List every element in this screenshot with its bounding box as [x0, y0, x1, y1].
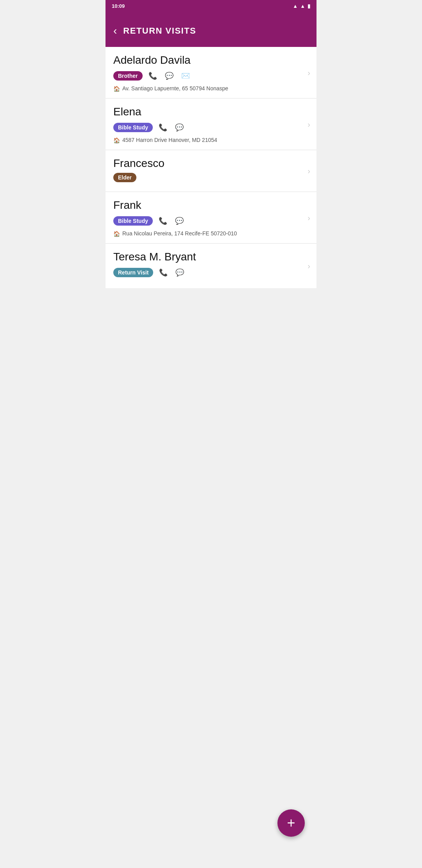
message-icon[interactable]: 💬	[173, 121, 186, 134]
contact-badge: Elder	[113, 173, 136, 182]
wifi-icon: ▲	[300, 3, 305, 9]
status-icons: ▲ ▲ ▮	[293, 3, 310, 9]
message-icon[interactable]: 💬	[173, 215, 186, 227]
page-title: RETURN VISITS	[123, 26, 196, 36]
contact-name: Adelardo Davila	[113, 54, 309, 66]
contact-name: Francesco	[113, 157, 309, 170]
contact-item[interactable]: ›FrankBible Study📞💬🏠Rua Nicolau Pereira,…	[106, 192, 316, 244]
phone-icon[interactable]: 📞	[157, 215, 169, 227]
contact-list: ›Adelardo DavilaBrother📞💬✉️🏠Av. Santiago…	[106, 47, 316, 288]
chevron-right-icon: ›	[308, 167, 310, 176]
chevron-right-icon: ›	[308, 120, 310, 129]
contact-meta: Return Visit📞💬	[113, 266, 309, 279]
email-icon[interactable]: ✉️	[179, 70, 192, 82]
contact-item[interactable]: ›Teresa M. BryantReturn Visit📞💬	[106, 244, 316, 288]
message-icon[interactable]: 💬	[173, 266, 186, 279]
contact-meta: Bible Study📞💬	[113, 215, 309, 227]
contact-name: Teresa M. Bryant	[113, 251, 309, 263]
contact-meta: Elder	[113, 173, 309, 182]
home-icon: 🏠	[113, 86, 120, 92]
status-time: 10:09	[112, 3, 125, 9]
contact-meta: Bible Study📞💬	[113, 121, 309, 134]
contact-item[interactable]: ›ElenaBible Study📞💬🏠4587 Harron Drive Ha…	[106, 99, 316, 150]
contact-item[interactable]: ›FrancescoElder	[106, 150, 316, 192]
chevron-right-icon: ›	[308, 262, 310, 271]
contact-name: Elena	[113, 106, 309, 118]
contact-item[interactable]: ›Adelardo DavilaBrother📞💬✉️🏠Av. Santiago…	[106, 47, 316, 99]
contact-name: Frank	[113, 199, 309, 212]
contact-badge: Bible Study	[113, 123, 153, 132]
home-icon: 🏠	[113, 231, 120, 237]
contact-meta: Brother📞💬✉️	[113, 70, 309, 82]
chevron-right-icon: ›	[308, 68, 310, 77]
status-bar: 10:09 ▲ ▲ ▮	[106, 0, 316, 12]
contact-badge: Bible Study	[113, 216, 153, 226]
phone-icon[interactable]: 📞	[147, 70, 159, 82]
back-button[interactable]: ‹	[113, 25, 117, 37]
empty-area	[106, 288, 316, 405]
contact-address: 🏠4587 Harron Drive Hanover, MD 21054	[113, 137, 309, 143]
chevron-right-icon: ›	[308, 213, 310, 222]
address-text: Av. Santiago Lapuernte, 65 50794 Nonaspe	[122, 85, 228, 91]
phone-icon[interactable]: 📞	[157, 266, 170, 279]
home-icon: 🏠	[113, 137, 120, 143]
contact-address: 🏠Av. Santiago Lapuernte, 65 50794 Nonasp…	[113, 85, 309, 92]
address-text: Rua Nicolau Pereira, 174 Recife-FE 50720…	[122, 230, 237, 237]
contact-badge: Brother	[113, 71, 143, 81]
phone-icon[interactable]: 📞	[157, 121, 169, 134]
message-icon[interactable]: 💬	[163, 70, 175, 82]
battery-icon: ▮	[308, 3, 310, 9]
contact-badge: Return Visit	[113, 268, 153, 277]
address-text: 4587 Harron Drive Hanover, MD 21054	[122, 137, 217, 143]
contact-address: 🏠Rua Nicolau Pereira, 174 Recife-FE 5072…	[113, 230, 309, 237]
signal-icon: ▲	[293, 3, 298, 9]
page-header: ‹ RETURN VISITS	[106, 12, 316, 47]
